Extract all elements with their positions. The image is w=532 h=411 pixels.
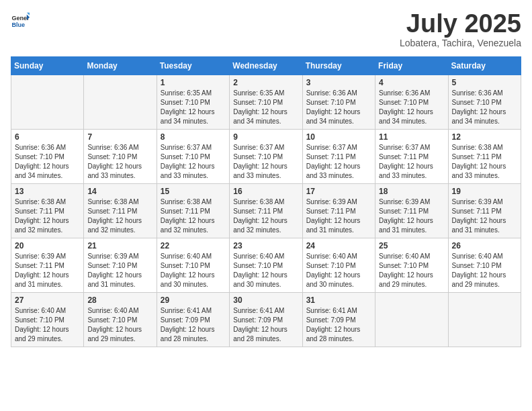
calendar-cell: 13Sunrise: 6:38 AMSunset: 7:11 PMDayligh… xyxy=(11,184,84,238)
day-number: 20 xyxy=(15,241,80,250)
day-info: Sunrise: 6:35 AMSunset: 7:10 PMDaylight:… xyxy=(161,89,226,126)
calendar-cell: 26Sunrise: 6:40 AMSunset: 7:10 PMDayligh… xyxy=(448,238,521,293)
calendar-cell: 21Sunrise: 6:39 AMSunset: 7:10 PMDayligh… xyxy=(84,238,157,293)
calendar-table: SundayMondayTuesdayWednesdayThursdayFrid… xyxy=(11,56,521,347)
day-number: 31 xyxy=(306,295,371,305)
day-number: 24 xyxy=(306,241,371,250)
header-sunday: Sunday xyxy=(11,57,84,75)
day-number: 21 xyxy=(87,241,152,250)
day-info: Sunrise: 6:40 AMSunset: 7:10 PMDaylight:… xyxy=(452,252,517,289)
day-info: Sunrise: 6:41 AMSunset: 7:09 PMDaylight:… xyxy=(161,306,226,344)
calendar-cell: 11Sunrise: 6:37 AMSunset: 7:11 PMDayligh… xyxy=(375,130,448,184)
week-row-3: 13Sunrise: 6:38 AMSunset: 7:11 PMDayligh… xyxy=(11,184,521,238)
day-number: 2 xyxy=(233,78,298,87)
svg-text:Blue: Blue xyxy=(11,21,25,28)
header-monday: Monday xyxy=(84,57,157,75)
calendar-cell: 3Sunrise: 6:36 AMSunset: 7:10 PMDaylight… xyxy=(302,75,375,130)
day-info: Sunrise: 6:39 AMSunset: 7:11 PMDaylight:… xyxy=(379,197,444,235)
calendar-cell xyxy=(375,293,448,347)
day-number: 4 xyxy=(379,78,444,87)
calendar-body: 1Sunrise: 6:35 AMSunset: 7:10 PMDaylight… xyxy=(11,75,521,347)
calendar-cell: 9Sunrise: 6:37 AMSunset: 7:10 PMDaylight… xyxy=(230,130,302,184)
header-wednesday: Wednesday xyxy=(230,57,302,75)
calendar-cell: 18Sunrise: 6:39 AMSunset: 7:11 PMDayligh… xyxy=(375,184,448,238)
day-info: Sunrise: 6:38 AMSunset: 7:11 PMDaylight:… xyxy=(233,197,298,235)
calendar-cell: 19Sunrise: 6:39 AMSunset: 7:11 PMDayligh… xyxy=(448,184,521,238)
header-saturday: Saturday xyxy=(448,57,521,75)
calendar-cell: 24Sunrise: 6:40 AMSunset: 7:10 PMDayligh… xyxy=(302,238,375,293)
day-number: 6 xyxy=(15,132,80,142)
calendar-cell: 25Sunrise: 6:40 AMSunset: 7:10 PMDayligh… xyxy=(375,238,448,293)
header-thursday: Thursday xyxy=(302,57,375,75)
day-number: 13 xyxy=(15,187,80,196)
day-info: Sunrise: 6:39 AMSunset: 7:11 PMDaylight:… xyxy=(452,197,517,235)
day-info: Sunrise: 6:41 AMSunset: 7:09 PMDaylight:… xyxy=(306,306,371,344)
day-number: 3 xyxy=(306,78,371,87)
day-info: Sunrise: 6:40 AMSunset: 7:10 PMDaylight:… xyxy=(15,306,80,344)
day-number: 8 xyxy=(161,132,226,142)
calendar-cell: 4Sunrise: 6:36 AMSunset: 7:10 PMDaylight… xyxy=(375,75,448,130)
day-info: Sunrise: 6:39 AMSunset: 7:11 PMDaylight:… xyxy=(306,197,371,235)
month-title: July 2025 xyxy=(400,11,521,36)
calendar-cell: 17Sunrise: 6:39 AMSunset: 7:11 PMDayligh… xyxy=(302,184,375,238)
day-info: Sunrise: 6:37 AMSunset: 7:11 PMDaylight:… xyxy=(306,143,371,181)
day-number: 28 xyxy=(87,295,152,305)
day-number: 14 xyxy=(87,187,152,196)
week-row-1: 1Sunrise: 6:35 AMSunset: 7:10 PMDaylight… xyxy=(11,75,521,130)
week-row-2: 6Sunrise: 6:36 AMSunset: 7:10 PMDaylight… xyxy=(11,130,521,184)
day-info: Sunrise: 6:36 AMSunset: 7:10 PMDaylight:… xyxy=(452,89,517,126)
calendar-cell: 30Sunrise: 6:41 AMSunset: 7:09 PMDayligh… xyxy=(230,293,302,347)
day-number: 15 xyxy=(161,187,226,196)
week-row-5: 27Sunrise: 6:40 AMSunset: 7:10 PMDayligh… xyxy=(11,293,521,347)
header-friday: Friday xyxy=(375,57,448,75)
day-info: Sunrise: 6:40 AMSunset: 7:10 PMDaylight:… xyxy=(233,252,298,289)
calendar-cell: 7Sunrise: 6:36 AMSunset: 7:10 PMDaylight… xyxy=(84,130,157,184)
location: Lobatera, Tachira, Venezuela xyxy=(400,38,521,48)
day-number: 27 xyxy=(15,295,80,305)
week-row-4: 20Sunrise: 6:39 AMSunset: 7:11 PMDayligh… xyxy=(11,238,521,293)
day-info: Sunrise: 6:36 AMSunset: 7:10 PMDaylight:… xyxy=(15,143,80,181)
calendar-cell: 28Sunrise: 6:40 AMSunset: 7:10 PMDayligh… xyxy=(84,293,157,347)
day-info: Sunrise: 6:41 AMSunset: 7:09 PMDaylight:… xyxy=(233,306,298,344)
day-info: Sunrise: 6:39 AMSunset: 7:10 PMDaylight:… xyxy=(87,252,152,289)
day-number: 23 xyxy=(233,241,298,250)
calendar-cell: 31Sunrise: 6:41 AMSunset: 7:09 PMDayligh… xyxy=(302,293,375,347)
day-info: Sunrise: 6:37 AMSunset: 7:11 PMDaylight:… xyxy=(379,143,444,181)
calendar-cell: 10Sunrise: 6:37 AMSunset: 7:11 PMDayligh… xyxy=(302,130,375,184)
calendar-cell xyxy=(448,293,521,347)
day-info: Sunrise: 6:40 AMSunset: 7:10 PMDaylight:… xyxy=(306,252,371,289)
day-number: 22 xyxy=(161,241,226,250)
calendar-cell: 2Sunrise: 6:35 AMSunset: 7:10 PMDaylight… xyxy=(230,75,302,130)
day-info: Sunrise: 6:40 AMSunset: 7:10 PMDaylight:… xyxy=(161,252,226,289)
day-number: 11 xyxy=(379,132,444,142)
logo: General Blue xyxy=(11,11,30,30)
calendar-cell: 5Sunrise: 6:36 AMSunset: 7:10 PMDaylight… xyxy=(448,75,521,130)
day-number: 12 xyxy=(452,132,517,142)
calendar-header: SundayMondayTuesdayWednesdayThursdayFrid… xyxy=(11,57,521,75)
calendar-cell: 15Sunrise: 6:38 AMSunset: 7:11 PMDayligh… xyxy=(157,184,229,238)
day-number: 25 xyxy=(379,241,444,250)
calendar-cell: 8Sunrise: 6:37 AMSunset: 7:10 PMDaylight… xyxy=(157,130,229,184)
calendar-cell xyxy=(84,75,157,130)
day-info: Sunrise: 6:37 AMSunset: 7:10 PMDaylight:… xyxy=(233,143,298,181)
day-info: Sunrise: 6:36 AMSunset: 7:10 PMDaylight:… xyxy=(87,143,152,181)
calendar-cell: 29Sunrise: 6:41 AMSunset: 7:09 PMDayligh… xyxy=(157,293,229,347)
page-header: General Blue July 2025 Lobatera, Tachira… xyxy=(11,11,521,48)
day-number: 30 xyxy=(233,295,298,305)
day-number: 5 xyxy=(452,78,517,87)
calendar-cell: 27Sunrise: 6:40 AMSunset: 7:10 PMDayligh… xyxy=(11,293,84,347)
day-number: 19 xyxy=(452,187,517,196)
day-number: 18 xyxy=(379,187,444,196)
title-block: July 2025 Lobatera, Tachira, Venezuela xyxy=(400,11,521,48)
day-info: Sunrise: 6:38 AMSunset: 7:11 PMDaylight:… xyxy=(452,143,517,181)
calendar-cell: 16Sunrise: 6:38 AMSunset: 7:11 PMDayligh… xyxy=(230,184,302,238)
day-info: Sunrise: 6:36 AMSunset: 7:10 PMDaylight:… xyxy=(379,89,444,126)
calendar-cell: 6Sunrise: 6:36 AMSunset: 7:10 PMDaylight… xyxy=(11,130,84,184)
day-number: 9 xyxy=(233,132,298,142)
day-number: 17 xyxy=(306,187,371,196)
day-number: 7 xyxy=(87,132,152,142)
logo-icon: General Blue xyxy=(11,11,30,30)
calendar-cell: 22Sunrise: 6:40 AMSunset: 7:10 PMDayligh… xyxy=(157,238,229,293)
day-info: Sunrise: 6:40 AMSunset: 7:10 PMDaylight:… xyxy=(87,306,152,344)
day-number: 1 xyxy=(161,78,226,87)
